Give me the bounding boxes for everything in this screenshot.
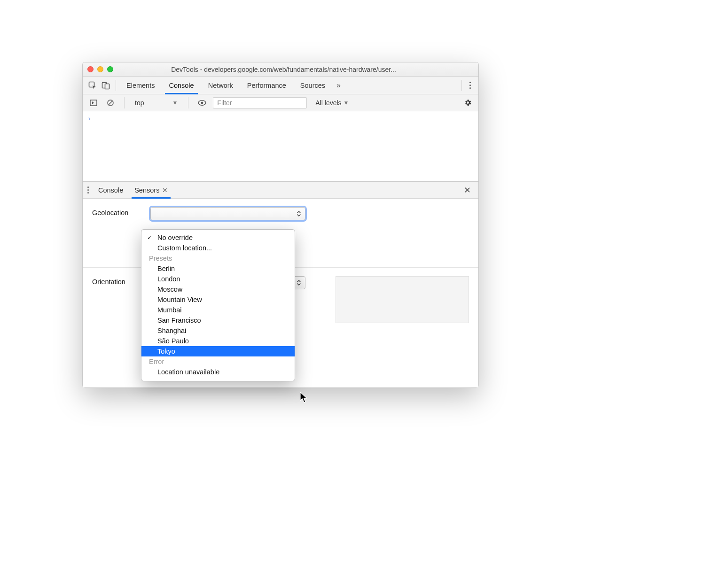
titlebar: DevTools - developers.google.com/web/fun… bbox=[83, 62, 478, 77]
clear-console-icon[interactable] bbox=[104, 97, 117, 109]
geolocation-select[interactable] bbox=[150, 207, 305, 220]
geo-option-custom[interactable]: Custom location... bbox=[141, 243, 295, 253]
drawer-tab-label: Sensors bbox=[134, 186, 159, 194]
log-levels-label: All levels bbox=[315, 99, 341, 107]
svg-rect-2 bbox=[105, 84, 109, 89]
geo-group-error: Error bbox=[141, 356, 295, 367]
execution-context-value: top bbox=[135, 99, 144, 107]
orientation-preview[interactable] bbox=[336, 276, 469, 323]
drawer-tab-bar: Console Sensors ✕ ✕ bbox=[83, 182, 478, 199]
orientation-label: Orientation bbox=[92, 276, 144, 286]
tab-sources[interactable]: Sources bbox=[294, 77, 332, 94]
geo-preset-berlin[interactable]: Berlin bbox=[141, 263, 295, 274]
dropdown-triangle-icon: ▼ bbox=[344, 100, 349, 106]
live-expression-icon[interactable] bbox=[196, 97, 208, 109]
separator bbox=[124, 97, 125, 108]
console-filter-input[interactable] bbox=[213, 97, 307, 108]
drawer-tab-console[interactable]: Console bbox=[93, 182, 129, 198]
window-title: DevTools - developers.google.com/web/fun… bbox=[117, 66, 474, 73]
select-arrows-icon bbox=[297, 279, 301, 286]
separator bbox=[188, 97, 188, 108]
drawer-tab-sensors[interactable]: Sensors ✕ bbox=[129, 182, 173, 198]
svg-point-7 bbox=[201, 101, 203, 104]
window-controls bbox=[87, 66, 113, 72]
geo-preset-san-francisco[interactable]: San Francisco bbox=[141, 315, 295, 325]
log-levels-select[interactable]: All levels ▼ bbox=[315, 99, 349, 107]
main-menu-button[interactable] bbox=[466, 82, 475, 89]
console-settings-icon[interactable] bbox=[461, 97, 474, 109]
dropdown-triangle-icon: ▼ bbox=[172, 100, 178, 106]
drawer-menu-button[interactable] bbox=[86, 186, 93, 193]
execution-context-select[interactable]: top ▼ bbox=[132, 98, 180, 108]
geolocation-row: Geolocation bbox=[92, 207, 469, 220]
separator bbox=[461, 80, 462, 91]
minimize-window-button[interactable] bbox=[97, 66, 103, 72]
console-sidebar-toggle-icon[interactable] bbox=[87, 97, 100, 109]
cursor-icon bbox=[300, 392, 309, 404]
maximize-window-button[interactable] bbox=[107, 66, 113, 72]
separator bbox=[116, 80, 116, 91]
close-drawer-icon[interactable]: ✕ bbox=[459, 185, 476, 195]
select-arrows-icon bbox=[297, 210, 301, 217]
geo-preset-sao-paulo[interactable]: São Paulo bbox=[141, 336, 295, 346]
geo-preset-london[interactable]: London bbox=[141, 274, 295, 284]
geolocation-dropdown: No override Custom location... Presets B… bbox=[141, 229, 295, 381]
close-tab-icon[interactable]: ✕ bbox=[162, 186, 168, 194]
geo-preset-mountain-view[interactable]: Mountain View bbox=[141, 294, 295, 305]
console-prompt-icon: › bbox=[87, 115, 91, 122]
geo-group-presets: Presets bbox=[141, 253, 295, 263]
geo-preset-mumbai[interactable]: Mumbai bbox=[141, 305, 295, 315]
main-tab-bar: Elements Console Network Performance Sou… bbox=[83, 77, 478, 94]
geo-preset-shanghai[interactable]: Shanghai bbox=[141, 325, 295, 336]
tab-performance[interactable]: Performance bbox=[241, 77, 293, 94]
tab-console[interactable]: Console bbox=[162, 77, 200, 94]
console-output[interactable]: › bbox=[83, 111, 478, 182]
inspect-element-icon[interactable] bbox=[86, 79, 99, 92]
geo-preset-moscow[interactable]: Moscow bbox=[141, 284, 295, 294]
geo-error-unavailable[interactable]: Location unavailable bbox=[141, 367, 295, 377]
tab-elements[interactable]: Elements bbox=[120, 77, 161, 94]
geo-option-no-override[interactable]: No override bbox=[141, 232, 295, 243]
svg-line-5 bbox=[109, 101, 112, 105]
geolocation-label: Geolocation bbox=[92, 207, 144, 217]
geo-preset-tokyo[interactable]: Tokyo bbox=[141, 346, 295, 356]
device-toggle-icon[interactable] bbox=[100, 79, 112, 92]
console-toolbar: top ▼ All levels ▼ bbox=[83, 94, 478, 111]
tab-network[interactable]: Network bbox=[202, 77, 240, 94]
tabs-overflow-icon[interactable]: » bbox=[333, 81, 344, 90]
close-window-button[interactable] bbox=[87, 66, 94, 72]
